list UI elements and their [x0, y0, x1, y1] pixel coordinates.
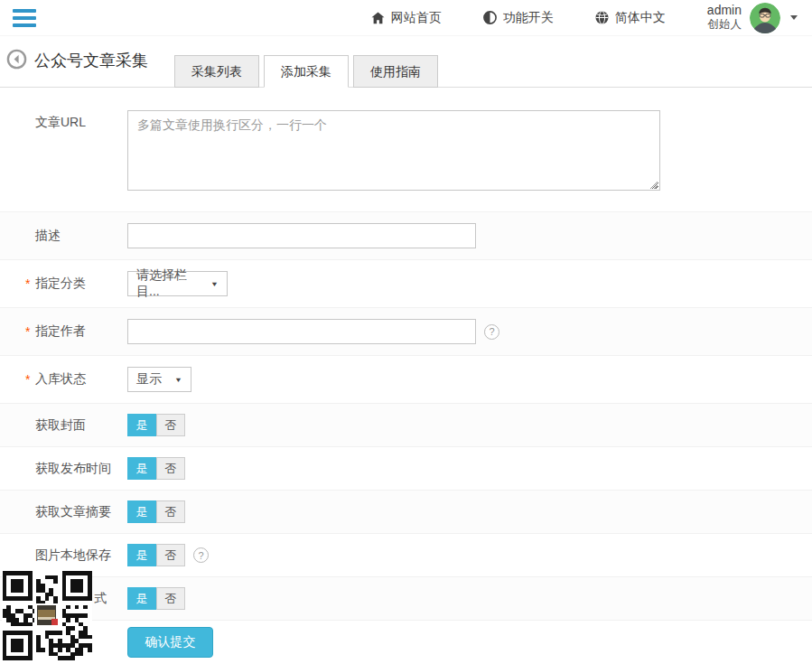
description-input[interactable]	[127, 223, 476, 248]
toggle-yes-button[interactable]: 是	[127, 457, 156, 480]
form-row-get-summary: 获取文章摘要 是 否	[0, 491, 812, 534]
qr-code-image	[2, 571, 92, 660]
tab-add-collect[interactable]: 添加采集	[264, 55, 349, 88]
field-label: 获取封面	[0, 417, 127, 434]
field-label: * 指定作者	[0, 323, 127, 340]
field-label: 文章URL	[0, 110, 127, 131]
page-title: 公众号文章采集	[34, 50, 148, 71]
tab-collect-list[interactable]: 采集列表	[174, 55, 259, 88]
caret-down-icon[interactable]	[790, 15, 798, 20]
nav-label: 简体中文	[615, 10, 666, 26]
toggle-no-button[interactable]: 否	[156, 457, 185, 480]
form-row-article-url: 文章URL	[0, 88, 812, 212]
toggle-yes-button[interactable]: 是	[127, 587, 156, 610]
field-label: 获取文章摘要	[0, 504, 127, 520]
help-icon[interactable]: ?	[484, 324, 499, 340]
select-caret-icon: ▼	[210, 280, 219, 288]
pubtime-toggle: 是 否	[127, 457, 185, 480]
page-header: 公众号文章采集 采集列表 添加采集 使用指南	[0, 36, 812, 88]
category-select[interactable]: 请选择栏目... ▼	[127, 271, 228, 296]
form-row-get-cover: 获取封面 是 否	[0, 404, 812, 447]
field-label: 描述	[0, 228, 127, 244]
user-name: admin	[707, 3, 742, 19]
form-row-category: * 指定分类 请选择栏目... ▼	[0, 260, 812, 308]
user-menu[interactable]: admin 创始人	[707, 3, 798, 33]
field-label: 图片本地保存	[0, 547, 127, 564]
adjust-icon	[483, 11, 497, 24]
user-role: 创始人	[707, 18, 742, 33]
toggle-yes-button[interactable]: 是	[127, 544, 156, 566]
globe-icon	[595, 11, 609, 24]
form-row-storage-status: * 入库状态 显示 ▼	[0, 356, 812, 404]
form-row-author: * 指定作者 ?	[0, 308, 812, 356]
toggle-no-button[interactable]: 否	[156, 414, 185, 436]
required-mark: *	[25, 324, 35, 339]
submit-button[interactable]: 确认提交	[127, 627, 213, 658]
required-mark: *	[25, 372, 35, 387]
toggle-no-button[interactable]: 否	[156, 500, 185, 523]
nav-feature-switch[interactable]: 功能开关	[483, 10, 554, 26]
form-row-submit: 确认提交	[0, 621, 812, 664]
field-label: 获取发布时间	[0, 461, 127, 477]
collect-form: 文章URL 描述 * 指定分类 请选择栏目... ▼	[0, 88, 812, 664]
toggle-yes-button[interactable]: 是	[127, 414, 156, 436]
article-url-textarea[interactable]	[127, 110, 660, 191]
field-label: * 指定分类	[0, 276, 127, 292]
tab-bar: 采集列表 添加采集 使用指南	[174, 55, 438, 88]
required-mark: *	[25, 276, 35, 291]
cover-toggle: 是 否	[127, 414, 185, 436]
form-row-description: 描述	[0, 212, 812, 260]
tab-usage-guide[interactable]: 使用指南	[353, 55, 438, 88]
select-caret-icon: ▼	[174, 376, 182, 384]
nav-site-home[interactable]: 网站首页	[371, 10, 442, 26]
status-select[interactable]: 显示 ▼	[127, 367, 191, 392]
author-input[interactable]	[127, 319, 476, 344]
topbar: 网站首页 功能开关	[0, 0, 812, 36]
form-row-get-pubtime: 获取发布时间 是 否	[0, 447, 812, 491]
toggle-no-button[interactable]: 否	[156, 587, 185, 610]
localimg-toggle: 是 否	[127, 544, 185, 566]
field-label: * 入库状态	[0, 371, 127, 388]
toggle-no-button[interactable]: 否	[156, 544, 185, 566]
back-icon[interactable]	[6, 49, 27, 73]
lastrow-toggle: 是 否	[127, 587, 185, 610]
help-icon[interactable]: ?	[193, 547, 209, 563]
nav-label: 网站首页	[391, 10, 442, 26]
page: 网站首页 功能开关	[0, 0, 812, 664]
nav-language[interactable]: 简体中文	[595, 10, 666, 26]
nav-label: 功能开关	[503, 10, 554, 26]
avatar[interactable]	[750, 3, 780, 33]
toggle-yes-button[interactable]: 是	[127, 500, 156, 523]
hamburger-menu-icon[interactable]	[13, 9, 36, 27]
form-row-local-image: 图片本地保存 是 否 ?	[0, 534, 812, 577]
summary-toggle: 是 否	[127, 500, 185, 523]
form-row-partially-hidden: 式 是 否	[0, 577, 812, 621]
home-icon	[371, 12, 385, 24]
top-nav: 网站首页 功能开关	[371, 3, 798, 33]
